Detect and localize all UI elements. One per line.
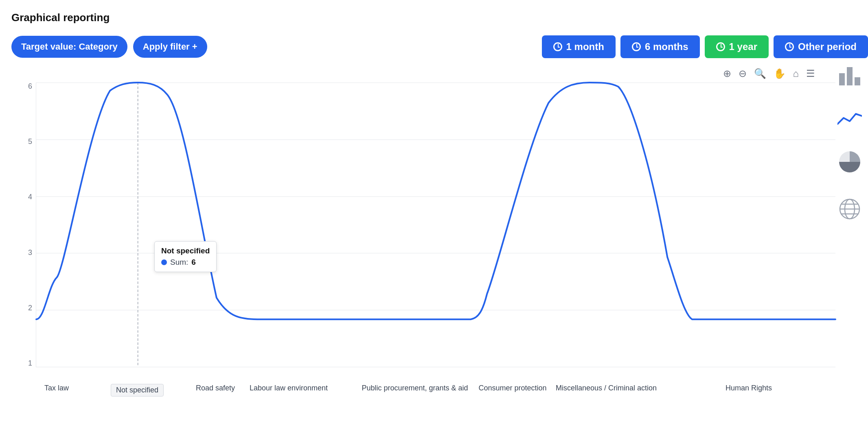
y-label-3: 3 [12,249,32,256]
y-label-5: 5 [12,138,32,145]
line-chart-icon[interactable] [837,110,862,126]
clock-icon [553,42,562,51]
clock-icon-2 [632,42,641,51]
apply-filter-button[interactable]: Apply filter + [133,36,207,58]
period-6months-button[interactable]: 6 months [620,35,700,58]
chart-controls: ⊕ ⊖ 🔍 ✋ ⌂ ☰ [36,68,823,79]
zoom-in-icon[interactable]: ⊕ [723,68,731,79]
sidebar-icons [831,65,868,220]
toolbar-left: Target value: Category Apply filter + [11,36,535,58]
period-1year-button[interactable]: 1 year [705,35,769,58]
globe-icon[interactable] [838,198,861,220]
period-1year-label: 1 year [729,41,757,52]
bar3 [855,77,860,85]
clock-icon-4 [785,42,794,51]
period-6months-label: 6 months [645,41,688,52]
grid-line-1 [36,367,835,367]
clock-icon-3 [716,42,725,51]
x-label-taxlaw: Tax law [44,384,69,392]
period-selector: 1 month 6 months 1 year Other period [542,35,868,58]
period-1month-button[interactable]: 1 month [542,35,616,58]
y-label-1: 1 [12,359,32,367]
y-axis: 6 5 4 3 2 1 [12,83,32,367]
chart-svg [36,83,835,367]
x-label-roadsafety: Road safety [196,384,235,392]
y-label-2: 2 [12,304,32,312]
menu-icon[interactable]: ☰ [806,68,815,79]
home-icon[interactable]: ⌂ [793,68,799,79]
pie-chart-icon[interactable] [838,150,861,173]
x-label-publicprocurement: Public procurement, grants & aid [362,384,468,392]
period-other-label: Other period [798,41,857,52]
y-label-6: 6 [12,83,32,90]
target-value-button[interactable]: Target value: Category [11,36,127,58]
chart-area: 6 5 4 3 2 1 [11,83,819,367]
zoom-out-icon[interactable]: ⊖ [739,68,747,79]
x-label-labourlaw: Labour law environment [250,384,328,392]
zoom-reset-icon[interactable]: 🔍 [754,68,766,79]
y-label-4: 4 [12,193,32,200]
x-label-miscellaneous: Miscellaneous / Criminal action [556,384,657,392]
chart-container: 6 5 4 3 2 1 [36,83,835,367]
x-label-notspecified: Not specified [111,384,164,396]
bar2 [847,67,853,85]
period-other-button[interactable]: Other period [774,35,868,58]
page-title: Graphical reporting [11,11,868,24]
period-1month-label: 1 month [566,41,604,52]
bar1 [839,73,845,85]
pan-icon[interactable]: ✋ [774,68,786,79]
toolbar: Target value: Category Apply filter + 1 … [11,35,868,58]
x-label-consumerprotection: Consumer protection [478,384,546,392]
bar-chart-icon[interactable] [839,65,860,85]
x-label-humanrights: Human Rights [726,384,772,392]
